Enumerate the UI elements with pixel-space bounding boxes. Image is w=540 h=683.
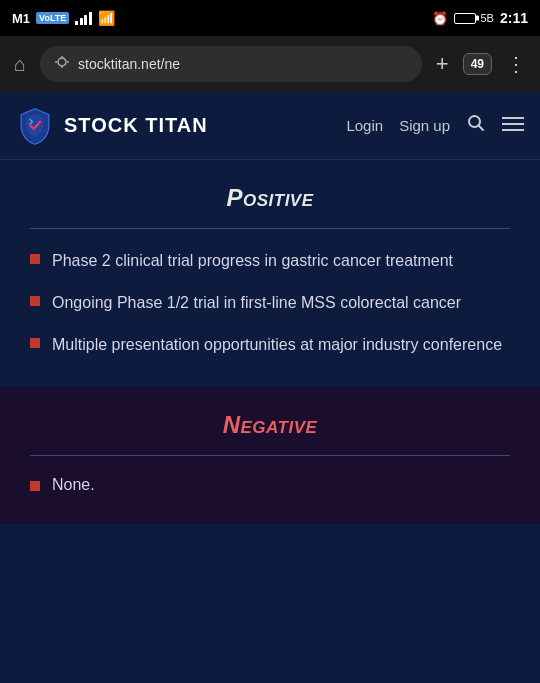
new-tab-button[interactable]: +	[432, 47, 453, 81]
logo-area: STOCK TITAN	[16, 107, 208, 145]
positive-title: Positive	[30, 184, 510, 212]
browser-menu-button[interactable]: ⋮	[502, 48, 530, 80]
bullet-marker	[30, 296, 40, 306]
list-item: Phase 2 clinical trial progress in gastr…	[30, 249, 510, 273]
status-left: M1 VoLTE 📶	[12, 10, 115, 26]
volte-badge: VoLTE	[36, 12, 69, 24]
positive-bullet-2: Ongoing Phase 1/2 trial in first-line MS…	[52, 291, 461, 315]
positive-bullet-3: Multiple presentation opportunities at m…	[52, 333, 502, 357]
negative-none: None.	[30, 476, 510, 494]
svg-point-0	[58, 58, 66, 66]
alarm-icon: ⏰	[432, 11, 448, 26]
wifi-icon: 📶	[98, 10, 115, 26]
negative-divider	[30, 455, 510, 456]
address-bar: ⌂ stocktitan.net/ne + 49 ⋮	[0, 36, 540, 92]
search-icon[interactable]	[466, 113, 486, 138]
signal-icon	[75, 11, 92, 25]
logo-icon	[16, 107, 54, 145]
svg-line-6	[479, 126, 484, 131]
header-nav: Login Sign up	[346, 113, 524, 138]
status-right: ⏰ 5B 2:11	[432, 10, 529, 26]
tab-count-button[interactable]: 49	[463, 53, 492, 75]
login-link[interactable]: Login	[346, 117, 383, 134]
bullet-marker	[30, 481, 40, 491]
logo-text: STOCK TITAN	[64, 114, 208, 137]
carrier-label: M1	[12, 11, 30, 26]
bullet-marker	[30, 338, 40, 348]
list-item: Multiple presentation opportunities at m…	[30, 333, 510, 357]
battery-icon: 5B	[454, 12, 494, 24]
status-bar: M1 VoLTE 📶 ⏰ 5B 2:11	[0, 0, 540, 36]
negative-section: Negative None.	[0, 387, 540, 524]
url-security-icon	[54, 55, 70, 74]
positive-bullet-list: Phase 2 clinical trial progress in gastr…	[30, 249, 510, 357]
url-text: stocktitan.net/ne	[78, 56, 180, 72]
time-label: 2:11	[500, 10, 528, 26]
positive-bullet-1: Phase 2 clinical trial progress in gastr…	[52, 249, 453, 273]
negative-title: Negative	[30, 411, 510, 439]
positive-section: Positive Phase 2 clinical trial progress…	[0, 160, 540, 387]
hamburger-icon[interactable]	[502, 114, 524, 137]
positive-divider	[30, 228, 510, 229]
signup-link[interactable]: Sign up	[399, 117, 450, 134]
bullet-marker	[30, 254, 40, 264]
battery-label: 5B	[481, 12, 494, 24]
main-content: Positive Phase 2 clinical trial progress…	[0, 160, 540, 683]
negative-bullet-1: None.	[52, 476, 95, 494]
site-header: STOCK TITAN Login Sign up	[0, 92, 540, 160]
list-item: Ongoing Phase 1/2 trial in first-line MS…	[30, 291, 510, 315]
url-box[interactable]: stocktitan.net/ne	[40, 46, 422, 82]
home-button[interactable]: ⌂	[10, 49, 30, 80]
